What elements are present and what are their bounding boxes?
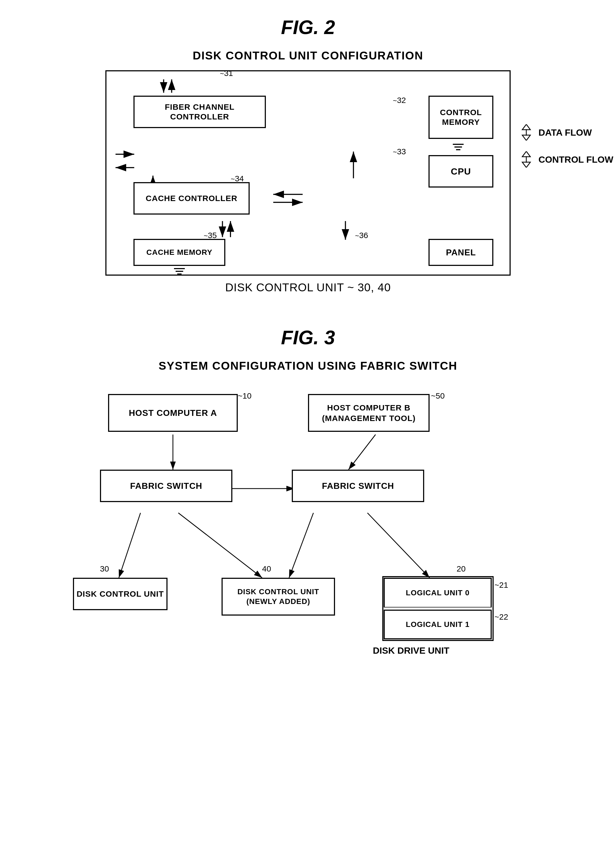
ref-34: ~34 — [231, 174, 244, 183]
svg-line-28 — [349, 434, 376, 470]
ref-32: ~32 — [393, 96, 406, 105]
fig2-section: FIG. 2 DISK CONTROL UNIT CONFIGURATION — [51, 16, 565, 294]
svg-marker-20 — [522, 124, 530, 130]
data-flow-legend: DATA FLOW — [520, 124, 613, 140]
host-computer-a-block: HOST COMPUTER A — [108, 394, 238, 432]
svg-line-30 — [119, 513, 140, 578]
fabric-switch-2-block: FABRIC SWITCH — [292, 470, 424, 502]
disk-drive-unit-label: DISK DRIVE UNIT — [373, 645, 449, 656]
fig3-arrows — [65, 381, 551, 759]
cache-controller-block: CACHE CONTROLLER — [134, 182, 250, 215]
ref-31: ~31 — [220, 69, 233, 78]
fig2-legend: DATA FLOW CONTROL FLOW — [520, 124, 613, 168]
cpu-block: CPU — [429, 155, 493, 187]
svg-marker-23 — [522, 151, 530, 157]
control-flow-legend: CONTROL FLOW — [520, 151, 613, 168]
disk-control-unit-30-block: DISK CONTROL UNIT — [73, 578, 168, 610]
svg-marker-25 — [522, 162, 530, 168]
disk-control-unit-40-block: DISK CONTROL UNIT (NEWLY ADDED) — [222, 578, 335, 616]
panel-block: PANEL — [429, 239, 493, 266]
ref-33: ~33 — [393, 147, 406, 156]
fiber-channel-controller-block: FIBER CHANNEL CONTROLLER — [134, 96, 266, 128]
ref-21: ~21 — [494, 580, 508, 590]
svg-line-32 — [289, 513, 313, 578]
control-memory-block: CONTROL MEMORY — [429, 96, 493, 139]
ref-22: ~22 — [494, 612, 508, 621]
svg-line-31 — [178, 513, 262, 578]
ref-35: ~35 — [204, 231, 217, 240]
fig3-section: FIG. 3 SYSTEM CONFIGURATION USING FABRIC… — [51, 326, 565, 759]
svg-marker-22 — [522, 135, 530, 140]
fabric-switch-1-block: FABRIC SWITCH — [100, 470, 233, 502]
host-computer-b-block: HOST COMPUTER B (MANAGEMENT TOOL) — [308, 394, 430, 432]
ref-36: ~36 — [355, 231, 368, 240]
fig2-title: FIG. 2 — [51, 16, 565, 38]
ground-control-memory — [453, 144, 464, 150]
ref-50: ~50 — [431, 391, 445, 401]
svg-line-33 — [368, 513, 430, 578]
disk-drive-outer-border — [382, 576, 493, 641]
ref-10: ~10 — [238, 391, 251, 401]
fig2-diagram-label: DISK CONTROL UNIT CONFIGURATION — [51, 49, 565, 62]
fig3-title: FIG. 3 — [51, 326, 565, 349]
fig2-bottom-label: DISK CONTROL UNIT ~ 30, 40 — [51, 281, 565, 294]
cache-memory-block: CACHE MEMORY — [134, 239, 225, 266]
fig2-outer-box: ~31 FIBER CHANNEL CONTROLLER ~32 CONTROL… — [105, 70, 511, 276]
fig3-diagram: HOST COMPUTER A ~10 HOST COMPUTER B (MAN… — [65, 381, 551, 759]
ground-cache-memory — [174, 268, 185, 275]
fig3-diagram-label: SYSTEM CONFIGURATION USING FABRIC SWITCH — [51, 359, 565, 373]
